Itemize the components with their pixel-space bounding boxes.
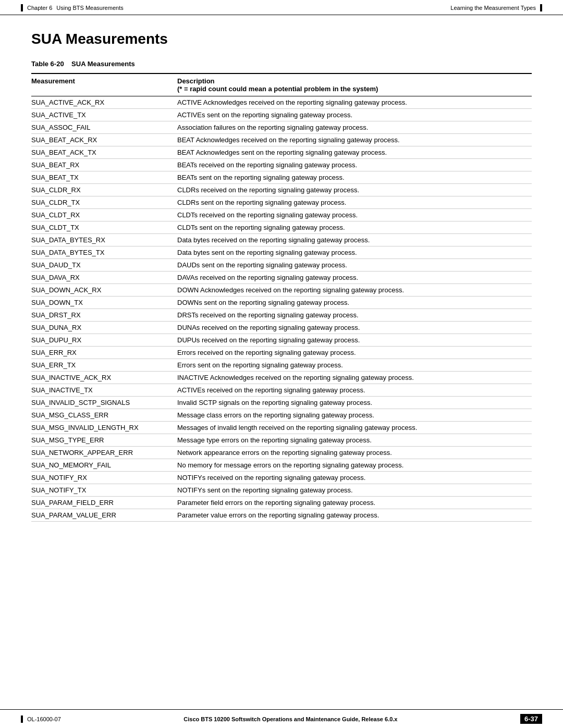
page-title: SUA Measurements [31, 31, 532, 47]
measurement-cell: SUA_ACTIVE_ACK_RX [31, 96, 167, 109]
description-cell: ACTIVEs sent on the reporting signaling … [167, 109, 532, 121]
description-cell: Parameter field errors on the reporting … [167, 497, 532, 509]
page-footer: OL-16000-07 Cisco BTS 10200 Softswitch O… [0, 709, 563, 728]
table-row: SUA_CLDT_TXCLDTs sent on the reporting s… [31, 221, 532, 234]
table-row: SUA_DOWN_TXDOWNs sent on the reporting s… [31, 297, 532, 309]
chapter-number: Chapter 6 [27, 5, 52, 11]
table-row: SUA_CLDT_RXCLDTs received on the reporti… [31, 209, 532, 221]
measurement-cell: SUA_DUNA_RX [31, 322, 167, 334]
description-cell: BEATs sent on the reporting signaling ga… [167, 171, 532, 184]
measurement-cell: SUA_DAUD_TX [31, 259, 167, 272]
col-header-desc-main: Description [177, 77, 528, 85]
measurement-cell: SUA_NOTIFY_RX [31, 472, 167, 484]
measurement-cell: SUA_ASSOC_FAIL [31, 121, 167, 134]
measurement-cell: SUA_BEAT_ACK_RX [31, 134, 167, 146]
measurement-cell: SUA_BEAT_RX [31, 159, 167, 171]
table-caption: Table 6-20 SUA Measurements [31, 60, 532, 68]
measurement-cell: SUA_ERR_TX [31, 359, 167, 372]
table-row: SUA_NOTIFY_TXNOTIFYs sent on the reporti… [31, 484, 532, 497]
table-body: SUA_ACTIVE_ACK_RXACTIVE Acknowledges rec… [31, 96, 532, 522]
table-row: SUA_MSG_TYPE_ERRMessage type errors on t… [31, 434, 532, 447]
measurement-cell: SUA_CLDT_RX [31, 209, 167, 221]
description-cell: Invalid SCTP signals on the reporting si… [167, 397, 532, 409]
description-cell: Network appearance errors on the reporti… [167, 447, 532, 459]
measurement-cell: SUA_BEAT_ACK_TX [31, 146, 167, 159]
table-row: SUA_CLDR_TXCLDRs sent on the reporting s… [31, 196, 532, 209]
measurement-cell: SUA_NO_MEMORY_FAIL [31, 459, 167, 472]
measurement-cell: SUA_MSG_TYPE_ERR [31, 434, 167, 447]
measurement-cell: SUA_DRST_RX [31, 309, 167, 322]
measurement-cell: SUA_MSG_INVALID_LENGTH_RX [31, 422, 167, 434]
description-cell: Messages of invalid length received on t… [167, 422, 532, 434]
measurement-cell: SUA_MSG_CLASS_ERR [31, 409, 167, 422]
measurement-cell: SUA_INACTIVE_ACK_RX [31, 372, 167, 384]
table-row: SUA_CLDR_RXCLDRs received on the reporti… [31, 184, 532, 196]
measurement-cell: SUA_CLDT_TX [31, 221, 167, 234]
table-row: SUA_ERR_TXErrors sent on the reporting s… [31, 359, 532, 372]
table-row: SUA_ASSOC_FAILAssociation failures on th… [31, 121, 532, 134]
description-cell: NOTIFYs received on the reporting signal… [167, 472, 532, 484]
description-cell: CLDRs sent on the reporting signaling ga… [167, 196, 532, 209]
description-cell: INACTIVE Acknowledges received on the re… [167, 372, 532, 384]
table-row: SUA_PARAM_VALUE_ERRParameter value error… [31, 509, 532, 522]
footer-center-text: Cisco BTS 10200 Softswitch Operations an… [183, 716, 397, 722]
col-header-measurement: Measurement [31, 73, 167, 96]
table-row: SUA_INVALID_SCTP_SIGNALSInvalid SCTP sig… [31, 397, 532, 409]
table-title: SUA Measurements [71, 60, 135, 68]
section-title: Learning the Measurement Types [450, 5, 536, 11]
description-cell: NOTIFYs sent on the reporting signaling … [167, 484, 532, 497]
measurement-cell: SUA_DATA_BYTES_RX [31, 234, 167, 246]
measurement-cell: SUA_NOTIFY_TX [31, 484, 167, 497]
description-cell: Parameter value errors on the reporting … [167, 509, 532, 522]
description-cell: Data bytes received on the reporting sig… [167, 234, 532, 246]
footer-left: OL-16000-07 [21, 715, 61, 723]
description-cell: BEAT Acknowledges received on the report… [167, 134, 532, 146]
measurement-cell: SUA_ACTIVE_TX [31, 109, 167, 121]
measurement-cell: SUA_ERR_RX [31, 347, 167, 359]
header-left-bar [21, 4, 23, 11]
description-cell: DOWN Acknowledges received on the report… [167, 284, 532, 297]
col-header-desc-sub: (* = rapid count could mean a potential … [177, 85, 528, 93]
description-cell: DRSTs received on the reporting signalin… [167, 309, 532, 322]
table-row: SUA_ACTIVE_TXACTIVEs sent on the reporti… [31, 109, 532, 121]
page-number: 6-37 [520, 714, 542, 724]
table-row: SUA_INACTIVE_ACK_RXINACTIVE Acknowledges… [31, 372, 532, 384]
description-cell: BEATs received on the reporting signalin… [167, 159, 532, 171]
table-row: SUA_DAUD_TXDAUDs sent on the reporting s… [31, 259, 532, 272]
table-row: SUA_NETWORK_APPEAR_ERRNetwork appearance… [31, 447, 532, 459]
main-content: SUA Measurements Table 6-20 SUA Measurem… [0, 15, 563, 553]
description-cell: DAUDs sent on the reporting signaling ga… [167, 259, 532, 272]
description-cell: ACTIVEs received on the reporting signal… [167, 384, 532, 397]
page-header: Chapter 6 Using BTS Measurements Learnin… [0, 0, 563, 15]
measurement-cell: SUA_PARAM_VALUE_ERR [31, 509, 167, 522]
chapter-title: Using BTS Measurements [56, 5, 123, 11]
measurement-cell: SUA_BEAT_TX [31, 171, 167, 184]
doc-id: OL-16000-07 [27, 716, 61, 722]
description-cell: Message type errors on the reporting sig… [167, 434, 532, 447]
measurement-cell: SUA_DAVA_RX [31, 272, 167, 284]
description-cell: Errors sent on the reporting signaling g… [167, 359, 532, 372]
table-row: SUA_DUNA_RXDUNAs received on the reporti… [31, 322, 532, 334]
header-right: Learning the Measurement Types [450, 4, 542, 11]
table-row: SUA_DRST_RXDRSTs received on the reporti… [31, 309, 532, 322]
measurement-cell: SUA_CLDR_RX [31, 184, 167, 196]
measurements-table: Measurement Description (* = rapid count… [31, 73, 532, 522]
description-cell: DUNAs received on the reporting signalin… [167, 322, 532, 334]
measurement-cell: SUA_DUPU_RX [31, 334, 167, 347]
table-row: SUA_BEAT_ACK_RXBEAT Acknowledges receive… [31, 134, 532, 146]
col-header-description: Description (* = rapid count could mean … [167, 73, 532, 96]
description-cell: Data bytes sent on the reporting signali… [167, 246, 532, 259]
table-row: SUA_NO_MEMORY_FAILNo memory for message … [31, 459, 532, 472]
measurement-cell: SUA_DOWN_ACK_RX [31, 284, 167, 297]
table-row: SUA_NOTIFY_RXNOTIFYs received on the rep… [31, 472, 532, 484]
table-row: SUA_DATA_BYTES_TXData bytes sent on the … [31, 246, 532, 259]
description-cell: Association failures on the reporting si… [167, 121, 532, 134]
measurement-cell: SUA_CLDR_TX [31, 196, 167, 209]
table-row: SUA_DUPU_RXDUPUs received on the reporti… [31, 334, 532, 347]
table-row: SUA_BEAT_TXBEATs sent on the reporting s… [31, 171, 532, 184]
measurement-cell: SUA_INACTIVE_TX [31, 384, 167, 397]
table-label: Table 6-20 [31, 60, 64, 68]
table-row: SUA_BEAT_RXBEATs received on the reporti… [31, 159, 532, 171]
table-row: SUA_MSG_INVALID_LENGTH_RXMessages of inv… [31, 422, 532, 434]
header-right-bar [540, 4, 542, 11]
